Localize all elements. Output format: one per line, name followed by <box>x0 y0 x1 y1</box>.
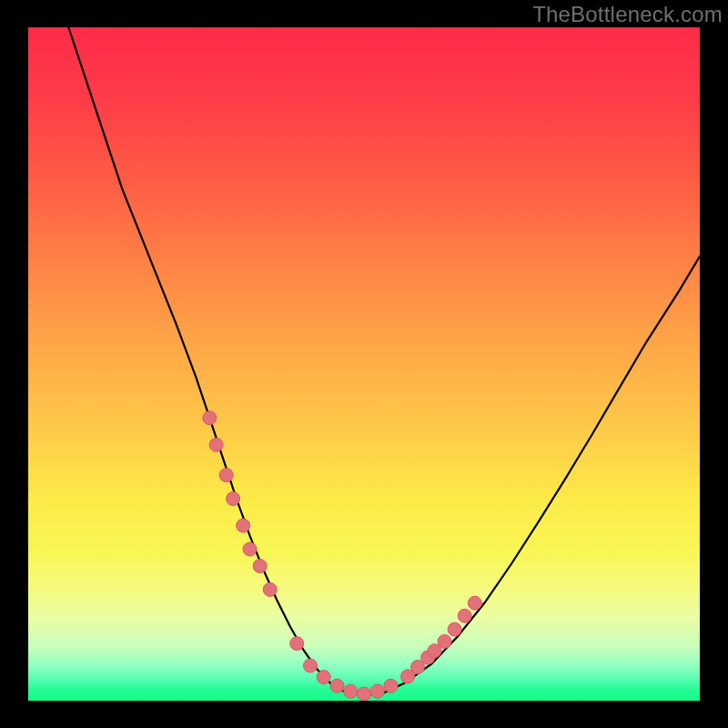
marker-dot <box>330 679 344 693</box>
marker-dot <box>458 609 471 622</box>
bottleneck-curve <box>68 27 700 695</box>
marker-dot <box>219 469 233 482</box>
marker-dot <box>237 519 250 532</box>
marker-dot <box>243 542 257 556</box>
marker-dot <box>468 596 481 610</box>
marker-dot <box>263 582 277 596</box>
marker-dot <box>358 687 371 701</box>
marker-dot <box>253 560 267 573</box>
marker-dot <box>317 671 330 684</box>
marker-dot <box>209 438 223 451</box>
marker-dot <box>304 659 318 672</box>
marker-dot <box>384 679 398 693</box>
marker-dot <box>344 684 358 698</box>
marker-dot <box>438 634 451 648</box>
chart-frame: TheBottleneck.com <box>0 0 728 728</box>
watermark-text: TheBottleneck.com <box>532 2 723 27</box>
marker-group <box>203 411 482 701</box>
marker-dot <box>370 684 384 698</box>
marker-dot <box>203 411 217 425</box>
marker-dot <box>227 492 240 506</box>
curve-overlay <box>28 27 700 701</box>
marker-dot <box>290 637 304 651</box>
marker-dot <box>448 622 461 636</box>
